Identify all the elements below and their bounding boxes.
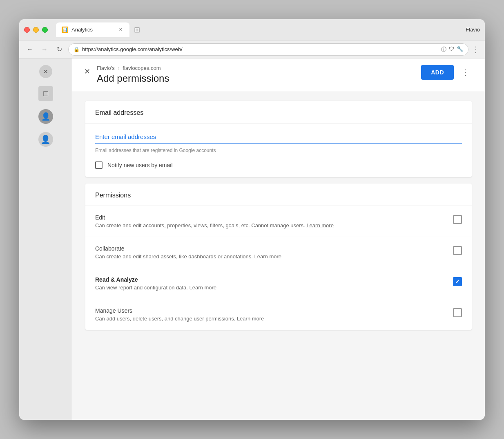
permission-name-edit: Edit bbox=[95, 214, 443, 221]
permission-row-manage: Manage Users Can add users, delete users… bbox=[85, 299, 472, 330]
maximize-traffic-light[interactable] bbox=[42, 27, 48, 33]
content-area: Email addresses Email addresses that are… bbox=[72, 91, 485, 340]
new-tab-button[interactable]: ⊡ bbox=[131, 24, 143, 36]
permission-checkbox-collaborate[interactable] bbox=[453, 246, 462, 255]
person-icon: 👤 bbox=[40, 134, 51, 144]
tab-area: 📊 Analytics ✕ ⊡ bbox=[56, 22, 462, 37]
browser-window: 📊 Analytics ✕ ⊡ Flavio ← → ↻ 🔒 https://a… bbox=[19, 19, 485, 420]
close-traffic-light[interactable] bbox=[24, 27, 30, 33]
breadcrumb-separator: › bbox=[118, 65, 119, 71]
add-button[interactable]: ADD bbox=[421, 65, 454, 80]
avatar-image: 👤 bbox=[38, 109, 53, 124]
sidebar-square-icon[interactable]: ☐ bbox=[38, 86, 53, 101]
page-title: Add permissions bbox=[97, 73, 169, 84]
permission-name-read: Read & Analyze bbox=[95, 276, 443, 283]
permission-checkbox-edit[interactable] bbox=[453, 215, 462, 224]
email-input[interactable] bbox=[95, 132, 462, 144]
back-button[interactable]: ← bbox=[24, 44, 36, 55]
permission-checkbox-manage[interactable] bbox=[453, 308, 462, 317]
tab-close-button[interactable]: ✕ bbox=[117, 27, 124, 33]
breadcrumb-account: Flavio's bbox=[97, 65, 115, 71]
permission-desc-read: Can view report and configuration data. … bbox=[95, 284, 443, 291]
address-bar[interactable]: 🔒 https://analytics.google.com/analytics… bbox=[68, 43, 468, 56]
permission-info-edit: Edit Can create and edit accounts, prope… bbox=[95, 214, 443, 228]
learn-more-read[interactable]: Learn more bbox=[190, 284, 216, 291]
sidebar-close-button[interactable]: ✕ bbox=[39, 65, 52, 78]
url-text: https://analytics.google.com/analytics/w… bbox=[82, 46, 439, 52]
forward-button[interactable]: → bbox=[39, 44, 50, 55]
breadcrumb: Flavio's › flaviocopes.com bbox=[97, 65, 169, 71]
permission-desc-edit: Can create and edit accounts, properties… bbox=[95, 222, 443, 228]
reload-button[interactable]: ↻ bbox=[54, 44, 65, 55]
main-content: ✕ Flavio's › flaviocopes.com Add permiss… bbox=[72, 58, 485, 420]
extension-icon[interactable]: 🔧 bbox=[457, 46, 463, 53]
info-icon[interactable]: ⓘ bbox=[441, 46, 446, 53]
permission-row-collaborate: Collaborate Can create and edit shared a… bbox=[85, 237, 472, 268]
traffic-lights bbox=[24, 27, 48, 33]
email-input-wrapper bbox=[95, 132, 462, 144]
permission-row-read: Read & Analyze Can view report and confi… bbox=[85, 268, 472, 299]
header-title-area: Flavio's › flaviocopes.com Add permissio… bbox=[97, 65, 169, 84]
browser-content: ✕ ☐ 👤 👤 ✕ Flavio's › flaviocopes bbox=[19, 58, 485, 420]
breadcrumb-property: flaviocopes.com bbox=[123, 65, 161, 71]
permission-name-collaborate: Collaborate bbox=[95, 245, 443, 252]
sidebar-person-icon[interactable]: 👤 bbox=[38, 132, 53, 147]
lock-icon: 🔒 bbox=[74, 47, 80, 52]
permission-info-collaborate: Collaborate Can create and edit shared a… bbox=[95, 245, 443, 260]
active-tab[interactable]: 📊 Analytics ✕ bbox=[56, 22, 129, 37]
notify-checkbox-row: Notify new users by email bbox=[95, 161, 462, 169]
permission-desc-collaborate: Can create and edit shared assets, like … bbox=[95, 253, 443, 260]
shield-icon[interactable]: 🛡 bbox=[449, 46, 454, 53]
email-card-body: Email addresses that are registered in G… bbox=[85, 123, 472, 177]
email-section-title: Email addresses bbox=[85, 101, 472, 123]
page-header: ✕ Flavio's › flaviocopes.com Add permiss… bbox=[72, 58, 485, 91]
nav-bar: ← → ↻ 🔒 https://analytics.google.com/ana… bbox=[19, 40, 485, 58]
permission-row-edit: Edit Can create and edit accounts, prope… bbox=[85, 206, 472, 237]
notify-checkbox[interactable] bbox=[95, 161, 103, 169]
permissions-card: Permissions Edit Can create and edit acc… bbox=[85, 184, 472, 330]
minimize-traffic-light[interactable] bbox=[33, 27, 39, 33]
permission-checkbox-read[interactable] bbox=[453, 277, 462, 286]
browser-menu-button[interactable]: ⋮ bbox=[472, 45, 480, 54]
tab-title: Analytics bbox=[71, 27, 114, 33]
header-left: ✕ Flavio's › flaviocopes.com Add permiss… bbox=[82, 65, 169, 84]
email-card: Email addresses Email addresses that are… bbox=[85, 101, 472, 177]
header-right: ADD ⋮ bbox=[421, 65, 472, 80]
sidebar: ✕ ☐ 👤 👤 bbox=[19, 58, 72, 420]
learn-more-collaborate[interactable]: Learn more bbox=[254, 253, 281, 260]
learn-more-manage[interactable]: Learn more bbox=[237, 316, 264, 322]
sidebar-avatar[interactable]: 👤 bbox=[38, 109, 53, 124]
learn-more-edit[interactable]: Learn more bbox=[306, 222, 333, 228]
address-bar-icons: ⓘ 🛡 🔧 bbox=[441, 46, 463, 53]
dialog-close-button[interactable]: ✕ bbox=[82, 67, 92, 76]
more-options-button[interactable]: ⋮ bbox=[459, 66, 472, 79]
permission-info-read: Read & Analyze Can view report and confi… bbox=[95, 276, 443, 291]
title-bar: 📊 Analytics ✕ ⊡ Flavio bbox=[19, 19, 485, 40]
permission-name-manage: Manage Users bbox=[95, 307, 443, 314]
permission-info-manage: Manage Users Can add users, delete users… bbox=[95, 307, 443, 322]
email-help-text: Email addresses that are registered in G… bbox=[95, 148, 462, 153]
user-name: Flavio bbox=[466, 27, 480, 33]
permissions-section-title: Permissions bbox=[85, 184, 472, 206]
permission-desc-manage: Can add users, delete users, and change … bbox=[95, 316, 443, 322]
tab-favicon: 📊 bbox=[62, 27, 68, 33]
notify-label: Notify new users by email bbox=[107, 162, 173, 168]
